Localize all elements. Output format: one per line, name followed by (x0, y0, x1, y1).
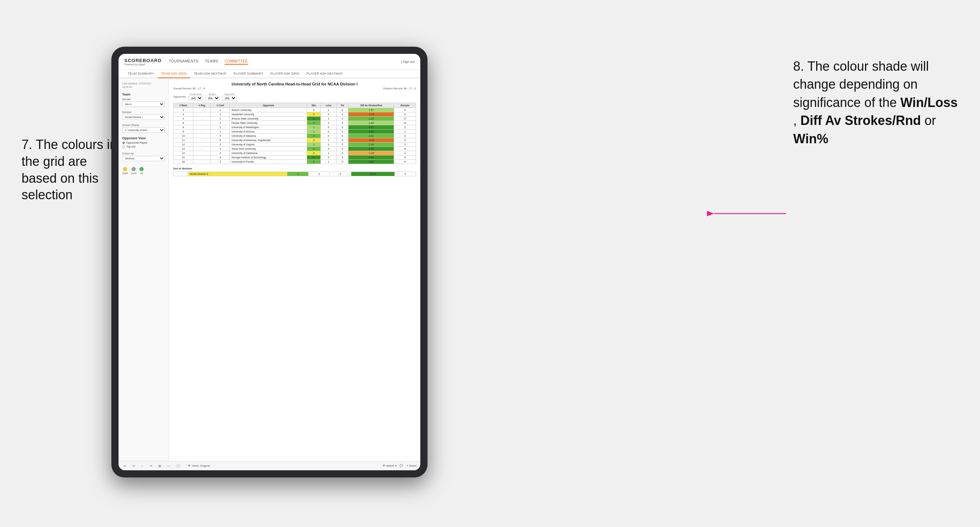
cell-win: 4 (307, 121, 320, 125)
cell-tie: 0 (337, 138, 348, 143)
nav-tournaments[interactable]: TOURNAMENTS (169, 59, 199, 65)
cell-diff: -4.33 (348, 138, 394, 143)
cell-conf: 2 (211, 121, 230, 125)
cell-loss: 1 (320, 160, 336, 164)
cell-loss: 0 (320, 156, 336, 160)
table-row: 14 2 University of Oklahoma 0 1 0 -1.00 … (173, 151, 416, 156)
gender-select[interactable]: Men's (122, 102, 165, 107)
conference-label: Conference (188, 93, 203, 95)
subnav-team-h2h-heatmap[interactable]: TEAM H2H HEATMAP (190, 70, 230, 78)
cell-reg (193, 160, 211, 164)
annotation-number-right: 8. (793, 59, 804, 74)
cell-reg (193, 138, 211, 143)
annotation-number-left: 7. (22, 137, 32, 152)
cell-diff: 6.62 (348, 160, 394, 164)
subnav-player-h2h-grid[interactable]: PLAYER H2H GRID (267, 70, 303, 78)
legend-level: Level (131, 167, 137, 175)
annotation-bold2: Diff Av Strokes/Rnd (800, 113, 921, 128)
table-row: 13 - 1 Texas Tech University 3 0 0 5.56 … (173, 147, 416, 151)
out-div-rounds: 3 (395, 172, 416, 176)
toolbar-back[interactable]: ← (139, 464, 145, 468)
cell-tie: 0 (337, 151, 348, 156)
toolbar-redo[interactable]: ↪ (131, 464, 137, 468)
share-button[interactable]: ↗ Share (406, 464, 417, 467)
legend-up: Up (139, 167, 144, 175)
cell-diff: 1.67 (348, 108, 394, 113)
cell-tie: 0 (337, 143, 348, 147)
cell-conf: 4 (211, 156, 230, 160)
out-div-win: 1 (287, 172, 309, 176)
cell-rounds: 9 (394, 160, 416, 164)
comment-button[interactable]: 💬 (399, 464, 403, 467)
cell-opponent: Georgia Institute of Technology (230, 156, 307, 160)
cell-conf: 6 (211, 138, 230, 143)
region-filter-select[interactable]: (All) (205, 96, 220, 100)
cell-rounds: 9 (394, 147, 416, 151)
out-of-division-label: Out of division (173, 167, 416, 170)
nav-teams[interactable]: TEAMS (205, 59, 218, 65)
radio-top100[interactable]: Top 100 (122, 145, 165, 148)
nav-committee[interactable]: COMMITTEE (224, 59, 248, 65)
toolbar-copy[interactable]: ⊞ (157, 464, 163, 468)
opponent-filter-select[interactable]: (All) (222, 96, 237, 100)
col-win: Win (307, 103, 320, 108)
cell-diff: 9.00 (348, 130, 394, 134)
cell-rounds: 3 (394, 125, 416, 130)
cell-tie: 0 (337, 147, 348, 151)
toolbar-clock[interactable]: 🕐 (175, 464, 181, 468)
subnav-player-h2h-heatmap[interactable]: PLAYER H2H HEATMAP (303, 70, 346, 78)
opponent-filter-group: Opponent (All) (222, 93, 237, 100)
cell-conf: 2 (211, 125, 230, 130)
col-opponent: Opponent (230, 103, 307, 108)
opponent-view-title: Opponent View (122, 137, 165, 140)
division-label: Division (122, 111, 165, 114)
cell-loss: 1 (320, 117, 336, 121)
table-header-row: # Rank # Reg # Conf Opponent Win Loss Ti… (173, 103, 416, 108)
legend-down: Down (122, 167, 128, 175)
overall-record: Overall Record: 89 - 17 - 0 (173, 87, 205, 90)
watch-dropdown-icon: ▾ (395, 464, 396, 467)
division-select[interactable]: NCAA Division I (122, 114, 165, 120)
sign-out-link[interactable]: | Sign out (401, 60, 415, 63)
watch-label: Watch (386, 464, 394, 467)
conference-filter-group: Conference (All) (188, 93, 203, 100)
comment-icon: 💬 (399, 464, 403, 467)
legend-label-down: Down (122, 172, 128, 175)
cell-loss: 1 (320, 138, 336, 143)
cell-win: 3 (307, 160, 320, 164)
subnav-player-summary[interactable]: PLAYER SUMMARY (230, 70, 267, 78)
cell-opponent: Texas Tech University (230, 147, 307, 151)
cell-rank: 14 (173, 151, 193, 156)
view-label: View: Original (192, 464, 210, 467)
opponent-label: Opponent (222, 93, 237, 95)
cell-win: 0 (307, 113, 320, 117)
cell-win: 5 (307, 117, 320, 121)
cell-reg (193, 121, 211, 125)
cell-win: 1 (307, 130, 320, 134)
cell-reg: - (193, 130, 211, 134)
cell-rank: 11 (173, 138, 193, 143)
cell-diff: 3.67 (348, 125, 394, 130)
cell-rounds: 2 (394, 151, 416, 156)
colour-by-select[interactable]: Win/loss (122, 156, 165, 161)
school-select[interactable]: 1. University of Nort... (122, 127, 165, 133)
col-rank: # Rank (173, 103, 193, 108)
cell-rounds: 12 (394, 121, 416, 125)
view-icon: 👁 (188, 464, 191, 467)
toolbar-undo[interactable]: ↩ (122, 464, 128, 468)
conference-filter-select[interactable]: (All) (188, 96, 203, 100)
subnav-team-h2h-grid[interactable]: TEAM H2H GRID (158, 70, 190, 78)
subnav-team-summary[interactable]: TEAM SUMMARY (124, 70, 158, 78)
legend-circle-up (139, 167, 144, 171)
cell-conf: 1 (211, 147, 230, 151)
toolbar-dash[interactable]: — (165, 464, 172, 468)
cell-diff: -2.29 (348, 113, 394, 117)
radio-opponents-played[interactable]: Opponents Played (122, 141, 165, 144)
watch-button[interactable]: 👁 Watch ▾ (383, 464, 396, 467)
radio-dot-top100 (122, 145, 125, 148)
school-label: School (Rank) (122, 124, 165, 127)
annotation-text-mid1: , (793, 113, 800, 128)
cell-diff: 4.50 (348, 156, 394, 160)
cell-rounds: 8 (394, 113, 416, 117)
toolbar-cut[interactable]: ✂ (148, 464, 154, 468)
